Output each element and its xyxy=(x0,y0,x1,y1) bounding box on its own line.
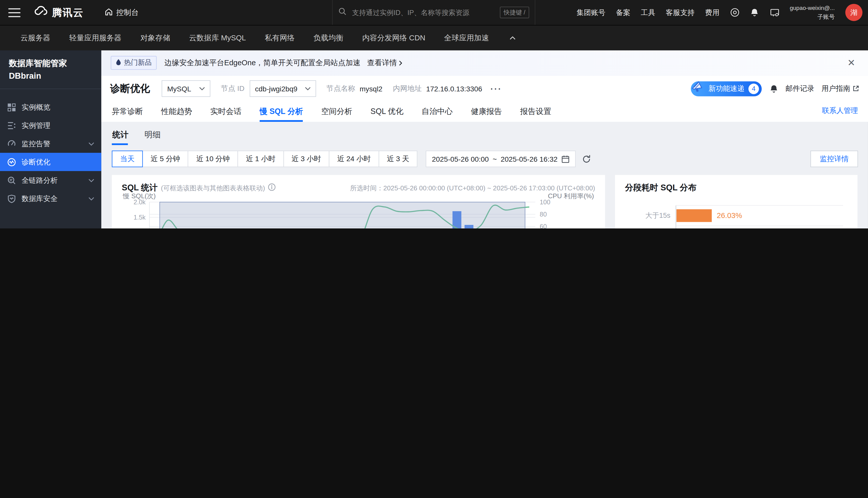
svg-text:CPU 利用率(%): CPU 利用率(%) xyxy=(548,193,594,200)
console-link[interactable]: 控制台 xyxy=(105,8,139,17)
tab-4[interactable]: 空间分析 xyxy=(321,101,352,122)
tab-2[interactable]: 实时会话 xyxy=(210,101,241,122)
sidebar-item-5[interactable]: 数据库安全 xyxy=(0,189,101,208)
tab-7[interactable]: 健康报告 xyxy=(471,101,502,122)
page-title: 诊断优化 xyxy=(110,82,150,95)
mail-log-link[interactable]: 邮件记录 xyxy=(786,83,814,93)
cloud-logo-icon xyxy=(34,5,48,19)
range-button-4[interactable]: 近 3 小时 xyxy=(283,150,329,167)
node-id-select[interactable]: cdb-jwgi2bq9 xyxy=(249,80,316,97)
services-nav-item-5[interactable]: 负载均衡 xyxy=(313,33,343,43)
search-input[interactable] xyxy=(351,8,496,17)
ip-value: 172.16.0.13:3306 xyxy=(426,84,482,93)
duration-dist-title: 分段耗时 SQL 分布 xyxy=(625,183,696,193)
droplet-icon xyxy=(116,58,121,67)
services-nav-item-4[interactable]: 私有网络 xyxy=(265,33,295,43)
info-icon[interactable] xyxy=(268,183,276,193)
tab-6[interactable]: 自治中心 xyxy=(422,101,452,122)
external-link-icon xyxy=(853,85,859,92)
topbar-link-billing[interactable]: 费用 xyxy=(705,8,720,17)
sidebar-item-1[interactable]: 实例管理 xyxy=(0,116,101,134)
contact-manage-link[interactable]: 联系人管理 xyxy=(822,106,858,116)
svg-text:100: 100 xyxy=(540,198,551,206)
services-nav-item-7[interactable]: 全球应用加速 xyxy=(444,33,489,43)
sidebar-item-3[interactable]: 诊断优化 xyxy=(0,153,101,171)
user-guide-link[interactable]: 用户指南 xyxy=(821,83,859,93)
range-button-3[interactable]: 近 1 小时 xyxy=(238,150,284,167)
sql-stats-title: SQL 统计 xyxy=(122,183,158,193)
subtab-1[interactable]: 明细 xyxy=(144,129,161,145)
tab-5[interactable]: SQL 优化 xyxy=(370,101,404,122)
range-button-2[interactable]: 近 10 分钟 xyxy=(188,150,238,167)
range-button-1[interactable]: 近 5 分钟 xyxy=(142,150,188,167)
bell-icon[interactable] xyxy=(750,8,759,17)
duration-dist-chart: 大于15s26.03%10s~15s5.25%5s~10s13.88%1s~5s… xyxy=(625,201,846,228)
svg-text:2.0k: 2.0k xyxy=(133,198,146,206)
sidebar-item-4[interactable]: 全链路分析 xyxy=(0,171,101,189)
sidebar-item-label: 监控告警 xyxy=(22,139,50,148)
subtab-0[interactable]: 统计 xyxy=(112,129,129,145)
support-circle-icon[interactable] xyxy=(730,8,739,17)
services-nav: 云服务器轻量应用服务器对象存储云数据库 MySQL私有网络负载均衡内容分发网络 … xyxy=(0,25,868,50)
sidebar-item-label: 实例概览 xyxy=(22,102,50,112)
chevron-right-icon xyxy=(398,60,404,66)
services-nav-item-2[interactable]: 对象存储 xyxy=(140,33,170,43)
svg-text:1.5k: 1.5k xyxy=(133,214,146,221)
promo-text: 边缘安全加速平台EdgeOne，简单开关可配置全局站点加速 xyxy=(165,58,360,68)
services-nav-item-1[interactable]: 轻量应用服务器 xyxy=(69,33,121,43)
home-icon xyxy=(105,8,113,17)
console-window-icon[interactable] xyxy=(770,8,779,17)
sql-stats-card: SQL 统计 (可框选该图表与其他图表表格联动) 所选时间：2025-05-26… xyxy=(112,175,605,228)
calendar-icon xyxy=(562,155,570,163)
grid-icon xyxy=(7,103,16,112)
date-range-picker[interactable]: 2025-05-26 00:00 ~ 2025-05-26 16:32 xyxy=(426,150,576,167)
list-icon xyxy=(7,121,16,130)
engine-select[interactable]: MySQL xyxy=(162,80,210,97)
tab-3[interactable]: 慢 SQL 分析 xyxy=(260,101,303,122)
mail-bell-icon[interactable] xyxy=(769,84,778,93)
services-nav-item-3[interactable]: 云数据库 MySQL xyxy=(189,33,246,43)
sidebar-item-0[interactable]: 实例概览 xyxy=(0,98,101,116)
avatar[interactable]: 湖 xyxy=(845,4,863,21)
tab-8[interactable]: 报告设置 xyxy=(520,101,551,122)
services-nav-item-6[interactable]: 内容分发网络 CDN xyxy=(362,33,425,43)
refresh-icon[interactable] xyxy=(582,154,591,163)
dbbrain-console: 腾讯云 控制台 快捷键 / 集团账号 备案 工具 客服支持 费用 xyxy=(0,0,868,228)
duration-dist-card: 分段耗时 SQL 分布 大于15s26.03%10s~15s5.25%5s~10… xyxy=(615,175,857,228)
services-nav-item-0[interactable]: 云服务器 xyxy=(21,33,51,43)
topbar-link-support[interactable]: 客服支持 xyxy=(666,8,694,17)
promo-details-link[interactable]: 查看详情 xyxy=(367,58,404,68)
chevron-down-icon xyxy=(199,87,205,90)
feature-tabs: 异常诊断性能趋势实时会话慢 SQL 分析空间分析SQL 优化自治中心健康报告报告… xyxy=(110,101,859,122)
tencent-cloud-logo[interactable]: 腾讯云 xyxy=(34,5,83,19)
tab-1[interactable]: 性能趋势 xyxy=(161,101,192,122)
account-info[interactable]: gupao-weixin@... 子账号 xyxy=(790,4,835,21)
topbar-link-icp[interactable]: 备案 xyxy=(616,8,630,17)
gauge-icon xyxy=(7,139,16,148)
global-search[interactable]: 快捷键 / xyxy=(332,0,535,25)
whatsnew-count-badge: 4 xyxy=(748,83,759,94)
topbar-link-group-account[interactable]: 集团账号 xyxy=(577,8,605,17)
selected-time-range: 所选时间：2025-05-26 00:00:00 (UTC+08:00) ~ 2… xyxy=(350,184,595,193)
range-button-0[interactable]: 当天 xyxy=(112,150,143,167)
close-icon[interactable]: ✕ xyxy=(844,57,859,69)
tab-0[interactable]: 异常诊断 xyxy=(112,101,143,122)
shield-icon xyxy=(7,194,16,203)
range-button-5[interactable]: 近 24 小时 xyxy=(329,150,379,167)
whatsnew-button[interactable]: 新功能速递 4 xyxy=(691,81,762,96)
sidebar-item-label: 全链路分析 xyxy=(22,175,57,185)
sidebar-item-2[interactable]: 监控告警 xyxy=(0,134,101,153)
shortcut-hint: 快捷键 / xyxy=(500,6,529,18)
collapse-nav-icon[interactable] xyxy=(508,33,517,43)
range-button-6[interactable]: 近 3 天 xyxy=(378,150,418,167)
time-filter-row: 当天近 5 分钟近 10 分钟近 1 小时近 3 小时近 24 小时近 3 天 … xyxy=(112,150,858,167)
more-actions[interactable]: ··· xyxy=(490,84,502,93)
main-menu-icon[interactable] xyxy=(8,8,21,17)
product-title: 数据库智能管家 DBbrain xyxy=(0,50,101,89)
slow-sql-cpu-chart[interactable]: 慢 SQL(次)CPU 利用率(%)0500.01.0k1.5k2.0k0204… xyxy=(122,193,595,228)
monitor-details-button[interactable]: 监控详情 xyxy=(811,150,858,167)
topbar-link-tools[interactable]: 工具 xyxy=(641,8,655,17)
page-header: 诊断优化 MySQL 节点 ID cdb-jwgi2bq9 节点名称 mysql… xyxy=(110,76,859,101)
megaphone-icon xyxy=(688,77,705,95)
node-name-label: 节点名称 xyxy=(326,83,355,93)
